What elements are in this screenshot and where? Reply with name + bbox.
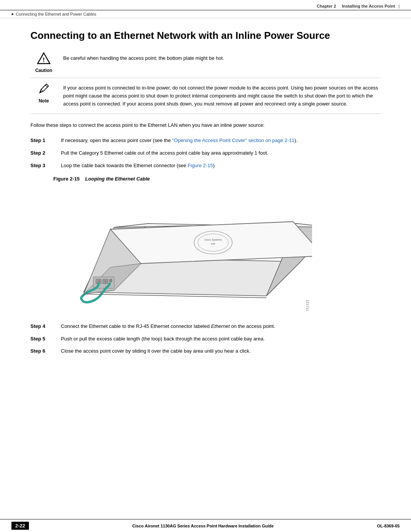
caution-block: ! Caution Be careful when handling the a… xyxy=(30,52,381,78)
figure-caption: Figure 2-15 Looping the Ethernet Cable xyxy=(53,176,381,182)
step-5-label: Step 5 xyxy=(30,335,53,343)
step-4-label: Step 4 xyxy=(30,323,53,331)
chapter-label: Chapter 2 Installing the Access Point | xyxy=(317,4,400,8)
step-2-text: Pull the Category 5 Ethernet cable out o… xyxy=(61,149,381,157)
step-5: Step 5 Push or pull the excess cable len… xyxy=(30,335,381,343)
page-footer: 2-22 Cisco Aironet 1130AG Series Access … xyxy=(0,519,411,532)
footer-page-number: 2-22 xyxy=(11,522,29,530)
step-1: Step 1 If necessary, open the access poi… xyxy=(30,137,381,145)
step-1-link[interactable]: "Opening the Access Point Cover" section… xyxy=(172,137,294,143)
note-icon xyxy=(37,83,51,97)
footer-doc-number: OL-8369-05 xyxy=(377,524,400,528)
caution-icon-area: ! Caution xyxy=(30,52,57,73)
step-2-label: Step 2 xyxy=(30,149,53,157)
main-content: Connecting to an Ethernet Network with a… xyxy=(0,18,411,390)
step-1-label: Step 1 xyxy=(30,137,53,145)
step-5-text: Push or pull the excess cable length (th… xyxy=(61,335,381,343)
footer-doc-title: Cisco Aironet 1130AG Series Access Point… xyxy=(29,524,377,528)
figure-caption-prefix: Figure 2-15 xyxy=(53,176,80,182)
svg-text:121711: 121711 xyxy=(306,300,309,311)
step-2: Step 2 Pull the Category 5 Ethernet cabl… xyxy=(30,149,381,157)
caution-label: Caution xyxy=(35,68,53,73)
step-3: Step 3 Loop the cable back towards the E… xyxy=(30,162,381,170)
svg-rect-17 xyxy=(110,279,112,282)
breadcrumb: Connecting the Ethernet and Power Cables xyxy=(0,10,411,18)
caution-icon: ! xyxy=(37,52,51,66)
note-block: Note If your access point is connected t… xyxy=(30,83,381,113)
step-4-text: Connect the Ethernet cable to the RJ-45 … xyxy=(61,323,381,331)
figure-image: Cisco Systems ●●● xyxy=(53,185,312,315)
note-label: Note xyxy=(39,98,49,104)
caution-text: Be careful when handling the access poin… xyxy=(63,52,224,62)
svg-text:Cisco Systems: Cisco Systems xyxy=(204,238,222,241)
section-title: Connecting to an Ethernet Network with a… xyxy=(30,30,381,42)
intro-paragraph: Follow these steps to connect the access… xyxy=(30,121,381,129)
svg-text:●●●: ●●● xyxy=(211,243,215,245)
svg-text:!: ! xyxy=(43,57,45,63)
step-3-link[interactable]: Figure 2-15 xyxy=(188,163,213,168)
note-text: If your access point is connected to in-… xyxy=(63,83,381,108)
chapter-number: Chapter 2 xyxy=(317,4,336,8)
step-4: Step 4 Connect the Ethernet cable to the… xyxy=(30,323,381,331)
step-3-label: Step 3 xyxy=(30,162,53,170)
breadcrumb-text: Connecting the Ethernet and Power Cables xyxy=(16,12,96,16)
chapter-title: Installing the Access Point xyxy=(342,4,395,8)
svg-point-19 xyxy=(105,281,106,282)
step-6-label: Step 6 xyxy=(30,347,53,355)
step-6: Step 6 Close the access point cover by s… xyxy=(30,347,381,355)
step-1-text: If necessary, open the access point cove… xyxy=(61,137,381,145)
page-header: Chapter 2 Installing the Access Point | xyxy=(0,0,411,10)
svg-point-18 xyxy=(98,281,100,282)
note-icon-area: Note xyxy=(30,83,57,104)
figure-container: Figure 2-15 Looping the Ethernet Cable xyxy=(53,176,381,315)
step-6-text: Close the access point cover by sliding … xyxy=(61,347,381,355)
step-3-text: Loop the cable back towards the Ethernet… xyxy=(61,162,381,170)
